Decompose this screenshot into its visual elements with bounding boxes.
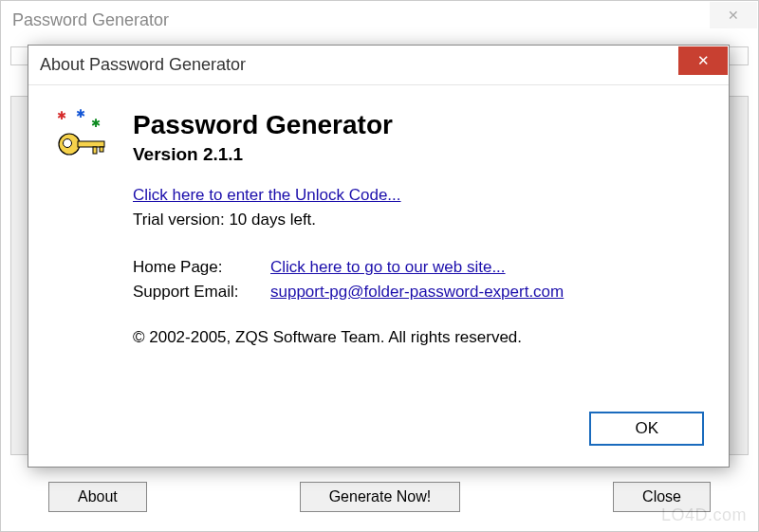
app-version: Version 2.1.1 bbox=[133, 144, 393, 165]
svg-rect-2 bbox=[78, 141, 104, 147]
support-email-label: Support Email: bbox=[133, 283, 270, 302]
watermark-text: LO4D.com bbox=[661, 505, 747, 525]
app-name: Password Generator bbox=[133, 110, 393, 140]
main-window-close-button[interactable]: ✕ bbox=[710, 2, 757, 28]
about-dialog: About Password Generator ✕ ✱ ✱ ✱ bbox=[28, 45, 730, 468]
copyright-text: © 2002-2005, ZQS Software Team. All righ… bbox=[133, 328, 702, 347]
about-title-block: Password Generator Version 2.1.1 bbox=[133, 110, 393, 165]
support-email-link[interactable]: support-pg@folder-password-expert.com bbox=[270, 283, 564, 302]
homepage-label: Home Page: bbox=[133, 258, 270, 277]
svg-rect-4 bbox=[100, 147, 103, 152]
about-button[interactable]: About bbox=[48, 482, 147, 512]
svg-point-1 bbox=[64, 139, 72, 148]
about-info: Click here to enter the Unlock Code... T… bbox=[133, 186, 702, 347]
about-dialog-close-button[interactable]: ✕ bbox=[678, 46, 728, 75]
unlock-code-link[interactable]: Click here to enter the Unlock Code... bbox=[133, 186, 401, 204]
generate-now-button[interactable]: Generate Now! bbox=[300, 482, 461, 512]
close-icon: ✕ bbox=[728, 8, 739, 23]
homepage-link[interactable]: Click here to go to our web site... bbox=[270, 258, 506, 277]
dialog-button-row: OK bbox=[589, 412, 704, 446]
main-window-title: Password Generator bbox=[12, 10, 169, 30]
links-block: Home Page: Click here to go to our web s… bbox=[133, 258, 702, 302]
trial-status: Trial version: 10 days left. bbox=[133, 211, 702, 229]
close-icon: ✕ bbox=[697, 52, 710, 69]
about-dialog-titlebar: About Password Generator bbox=[28, 46, 729, 85]
about-dialog-body: ✱ ✱ ✱ Password Generator V bbox=[28, 85, 729, 362]
main-window-titlebar: Password Generator bbox=[1, 1, 758, 39]
key-icon: ✱ ✱ ✱ bbox=[55, 110, 108, 165]
main-window: Password Generator ✕ About Generate Now!… bbox=[0, 0, 759, 532]
about-dialog-title: About Password Generator bbox=[40, 55, 246, 75]
about-header: ✱ ✱ ✱ Password Generator V bbox=[55, 110, 702, 165]
ok-button[interactable]: OK bbox=[589, 412, 704, 446]
main-buttons-row: About Generate Now! Close bbox=[48, 482, 711, 512]
svg-rect-3 bbox=[93, 147, 97, 154]
